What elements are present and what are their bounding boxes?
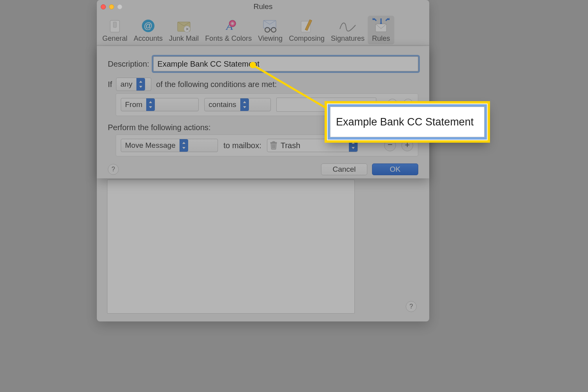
pencil-icon [297, 17, 316, 34]
tab-label: Junk Mail [169, 34, 199, 43]
titlebar: Rules [97, 0, 429, 13]
traffic-lights [101, 4, 122, 9]
condition-op-popup[interactable]: contains [204, 98, 271, 111]
chevron-updown-icon [240, 98, 249, 111]
recycle-bin-icon: ✕ [174, 17, 193, 34]
chevron-updown-icon [180, 139, 188, 152]
tab-label: Signatures [331, 34, 365, 43]
condition-field-popup[interactable]: From [121, 98, 199, 111]
svg-rect-20 [272, 142, 275, 143]
tab-label: Fonts & Colors [205, 34, 252, 43]
tab-signatures[interactable]: Signatures [328, 16, 368, 44]
callout-text: Example Bank CC Statement [336, 116, 474, 128]
match-scope-value: any [116, 80, 136, 89]
svg-marker-16 [380, 22, 382, 24]
svg-line-23 [274, 144, 275, 148]
chevron-updown-icon [136, 78, 145, 91]
tab-label: Composing [289, 34, 325, 43]
tab-rules[interactable]: Rules [368, 16, 394, 44]
if-label: If [108, 80, 112, 89]
description-input[interactable] [153, 56, 418, 71]
zoom-icon[interactable] [117, 4, 122, 9]
action-verb-value: Move Message [121, 141, 180, 150]
trash-icon [270, 141, 278, 150]
tab-general[interactable]: General [99, 16, 131, 44]
condition-op-value: contains [205, 100, 240, 109]
action-verb-popup[interactable]: Move Message [121, 139, 218, 152]
mailbox-popup[interactable]: Trash [267, 139, 358, 152]
cancel-button[interactable]: Cancel [321, 163, 367, 175]
tab-label: Accounts [134, 34, 163, 43]
add-action-button[interactable]: + [401, 140, 413, 151]
svg-text:✕: ✕ [185, 27, 189, 31]
description-callout: Example Bank CC Statement [327, 103, 488, 140]
tab-label: General [102, 34, 127, 43]
at-icon: @ [139, 17, 158, 34]
font-color-icon: A [219, 17, 238, 34]
svg-rect-1 [113, 22, 116, 27]
condition-field-value: From [121, 100, 146, 109]
window-title: Rules [97, 2, 429, 11]
ok-button[interactable]: OK [372, 163, 418, 175]
to-mailbox-label: to mailbox: [223, 141, 261, 150]
svg-line-21 [272, 144, 273, 148]
help-button[interactable]: ? [108, 164, 119, 175]
tab-fonts-colors[interactable]: A Fonts & Colors [202, 16, 255, 44]
conditions-tail: of the following conditions are met: [156, 80, 277, 89]
tab-accounts[interactable]: @ Accounts [131, 16, 166, 44]
tab-label: Rules [372, 34, 390, 43]
glasses-icon [261, 17, 280, 34]
close-icon[interactable] [101, 4, 106, 9]
preferences-toolbar: General @ Accounts ✕ Junk Mail A [97, 13, 429, 45]
chevron-updown-icon [349, 139, 358, 152]
tab-composing[interactable]: Composing [286, 16, 328, 44]
signature-icon [338, 17, 357, 34]
tab-viewing[interactable]: Viewing [255, 16, 286, 44]
match-scope-popup[interactable]: any [116, 78, 151, 91]
chevron-updown-icon [146, 98, 155, 111]
svg-text:@: @ [144, 21, 152, 31]
help-button[interactable]: ? [406, 301, 417, 312]
description-label: Description: [108, 60, 149, 69]
svg-point-8 [229, 20, 236, 27]
tab-junk-mail[interactable]: ✕ Junk Mail [166, 16, 202, 44]
tab-label: Viewing [258, 34, 283, 43]
minimize-icon[interactable] [109, 4, 114, 9]
remove-action-button[interactable]: − [384, 140, 396, 151]
mailbox-value: Trash [281, 141, 345, 150]
rules-icon [372, 17, 390, 34]
actions-label: Perform the following actions: [108, 123, 211, 132]
rules-list[interactable] [107, 180, 355, 314]
switch-icon [105, 17, 124, 34]
